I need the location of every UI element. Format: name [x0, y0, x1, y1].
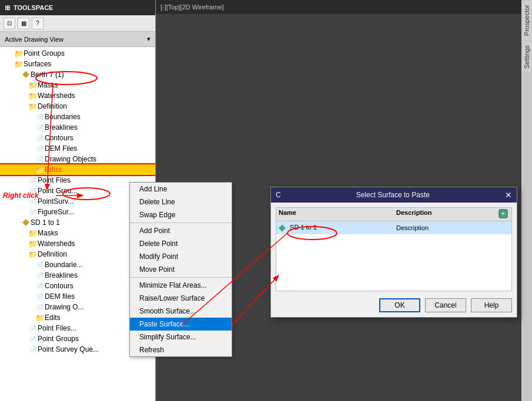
tree-label-watersheds-2: Watersheds [38, 240, 75, 248]
context-menu-item-add-line[interactable]: Add Line [130, 183, 232, 196]
dialog-close-button[interactable]: ✕ [505, 190, 512, 200]
toolbar-btn-1[interactable]: ⊡ [4, 18, 15, 29]
toolspace-header: ⊞ TOOLSPACE [0, 0, 155, 15]
tree-item-masks-1[interactable]: 📁Masks [0, 80, 155, 90]
tree-icon-edits-2: 📁 [35, 313, 45, 322]
toolspace-icon: ⊞ [5, 4, 10, 12]
context-menu-item-add-point[interactable]: Add Point [130, 224, 232, 237]
active-drawing-dropdown-icon[interactable]: ▾ [147, 35, 150, 43]
svg-text:+: + [501, 211, 504, 217]
tree-item-definition-1[interactable]: 📁Definition [0, 101, 155, 112]
tree-icon-point-groups-3: 📄 [28, 334, 38, 343]
tree-icon-point-survey-2: 📄 [28, 345, 38, 354]
tree-label-contours-2: Contours [45, 282, 73, 290]
context-menu-item-paste-surface[interactable]: Paste Surface... [130, 318, 232, 331]
tree-icon-point-files-2: 📄 [28, 324, 38, 333]
tree-icon-berth7 [21, 70, 31, 79]
toolspace-title: TOOLSPACE [14, 4, 53, 11]
tree-label-point-groups-2: Point Grou... [38, 187, 77, 195]
tree-icon-contours-2: 📄 [35, 281, 45, 291]
context-menu-item-delete-line[interactable]: Delete Line [130, 196, 232, 208]
context-menu-item-swap-edge[interactable]: Swap Edge [130, 208, 232, 221]
context-menu-item-minimize-flat[interactable]: Minimize Flat Areas... [130, 279, 232, 292]
viewport-header: [-][Top][2D Wireframe] [156, 0, 521, 14]
side-tabs: Prospector Settings [521, 0, 532, 401]
tree-label-point-survey-1: PointSurv... [38, 197, 73, 205]
tree-item-berth7[interactable]: Berth 7 (1) [0, 69, 155, 80]
context-menu-item-move-point[interactable]: Move Point [130, 263, 232, 276]
dialog-table-body[interactable]: SD 1 to 1 Description [276, 221, 512, 291]
active-drawing-bar: Active Drawing View ▾ [0, 32, 155, 47]
col-header-action: + [497, 209, 509, 220]
tab-prospector[interactable]: Prospector [522, 1, 531, 39]
tree-label-masks-2: Masks [38, 229, 58, 237]
context-menu-item-delete-point[interactable]: Delete Point [130, 237, 232, 250]
tree-label-definition-2: Definition [38, 250, 67, 258]
tree-icon-boundaries-1: 📄 [35, 112, 45, 122]
tree-item-surfaces-1[interactable]: 📁Surfaces [0, 59, 155, 69]
context-menu: Add LineDelete LineSwap EdgeAdd PointDel… [129, 182, 232, 357]
active-drawing-label: Active Drawing View [5, 36, 63, 43]
tree-label-figure-survey-1: FigureSur... [38, 208, 74, 216]
dialog-title-icon: C [276, 191, 281, 199]
tree-item-dem-files-1[interactable]: 📄DEM Files [0, 143, 155, 154]
tree-icon-drawing-obj-2: 📄 [35, 302, 45, 312]
tree-label-edits-2: Edits [45, 314, 61, 322]
tree-label-dem-files-1: DEM Files [45, 144, 77, 153]
dialog-cancel-button[interactable]: Cancel [425, 298, 466, 312]
toolspace-toolbar: ⊡ ▦ ? [0, 15, 155, 32]
tree-icon-boundaries-2: 📄 [35, 260, 45, 269]
tree-item-watersheds-1[interactable]: 📁Watersheds [0, 90, 155, 101]
col-header-desc: Description [396, 209, 497, 220]
tree-item-boundaries-1[interactable]: 📄Boundaries [0, 112, 155, 122]
tree-icon-figure-survey-1: 📄 [28, 207, 38, 217]
tree-icon-definition-1: 📁 [28, 102, 38, 111]
dialog-content: Name Description + SD 1 to 1 Description [271, 203, 517, 296]
row-name-sd1to1: SD 1 to 1 [279, 224, 396, 231]
tree-icon-definition-2: 📁 [28, 250, 38, 259]
context-menu-item-modify-point[interactable]: Modify Point [130, 250, 232, 263]
tree-label-boundaries-2: Boundarie... [45, 261, 83, 269]
tree-icon-masks-2: 📁 [28, 228, 38, 238]
tree-label-drawing-objects-1: Drawing Objects [45, 155, 96, 163]
tree-icon-breaklines-1: 📄 [35, 123, 45, 132]
tree-label-breaklines-2: Breaklines [45, 271, 78, 279]
tree-icon-watersheds-1: 📁 [28, 91, 38, 100]
tree-label-contours-1: Contours [45, 134, 73, 142]
context-menu-item-raise-lower[interactable]: Raise/Lower Surface [130, 292, 232, 305]
row-desc-sd1to1: Description [396, 224, 509, 231]
tree-icon-masks-1: 📁 [28, 80, 38, 90]
tree-label-watersheds-1: Watersheds [38, 92, 75, 100]
tree-item-edits-1[interactable]: 📁Edits [0, 164, 155, 175]
context-menu-item-simplify-surface[interactable]: Simplify Surface... [130, 331, 232, 343]
context-menu-divider [130, 223, 232, 223]
context-menu-item-refresh[interactable]: Refresh [130, 343, 232, 356]
tree-label-berth7: Berth 7 (1) [31, 70, 64, 79]
tree-icon-surfaces-1: 📁 [14, 59, 24, 69]
toolbar-btn-2[interactable]: ▦ [18, 18, 29, 29]
tree-label-definition-1: Definition [38, 102, 67, 110]
dialog-titlebar: C Select Surface to Paste ✕ [271, 187, 517, 203]
context-menu-divider [130, 277, 232, 278]
dialog-buttons: OK Cancel Help [271, 296, 517, 317]
tree-item-breaklines-1[interactable]: 📄Breaklines [0, 122, 155, 133]
tree-label-point-groups-1: Point Groups [24, 49, 65, 58]
tree-icon-edits-1: 📁 [35, 165, 45, 174]
tree-label-sd1to1: SD 1 to 1 [31, 218, 60, 227]
dialog-help-button[interactable]: Help [471, 298, 512, 312]
tree-item-point-groups-1[interactable]: 📁Point Groups [0, 48, 155, 59]
tree-icon-contours-1: 📄 [35, 133, 45, 143]
tree-item-drawing-objects-1[interactable]: 📄Drawing Objects [0, 154, 155, 164]
tree-item-contours-1[interactable]: 📄Contours [0, 133, 155, 143]
tree-icon-point-groups-1: 📁 [14, 49, 24, 58]
tree-icon-drawing-objects-1: 📄 [35, 154, 45, 164]
table-row-sd1to1[interactable]: SD 1 to 1 Description [276, 221, 511, 234]
toolbar-btn-3[interactable]: ? [32, 18, 44, 29]
right-click-annotation: Right click [3, 191, 39, 200]
tab-settings[interactable]: Settings [522, 42, 531, 72]
context-menu-item-smooth-surface[interactable]: Smooth Surface... [130, 305, 232, 318]
dialog-ok-button[interactable]: OK [379, 298, 420, 312]
tree-icon-dem-files-1: 📄 [35, 144, 45, 153]
col-header-name: Name [279, 209, 396, 220]
select-surface-dialog: C Select Surface to Paste ✕ Name Descrip… [270, 187, 517, 318]
